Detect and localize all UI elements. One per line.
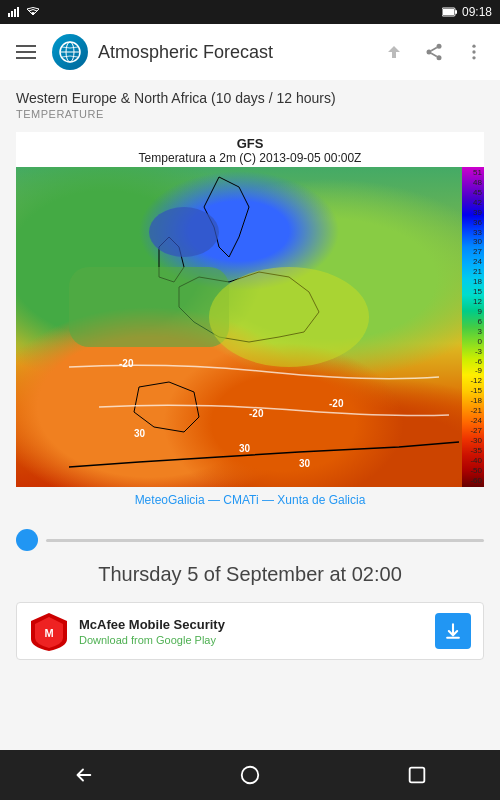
battery-icon: [442, 7, 458, 17]
region-title: Western Europe & North Africa (10 days /…: [16, 90, 484, 106]
map-visual: -20 -20 -20 30 30 30: [16, 167, 462, 487]
app-title: Atmospheric Forecast: [98, 42, 376, 63]
subtitle-area: Western Europe & North Africa (10 days /…: [0, 80, 500, 124]
svg-marker-10: [388, 46, 400, 58]
home-button[interactable]: [220, 755, 280, 795]
svg-point-16: [472, 45, 475, 48]
menu-line-3: [16, 57, 36, 59]
category-label: TEMPERATURE: [16, 108, 484, 120]
map-credit: MeteoGalicia — CMATi — Xunta de Galicia: [16, 487, 484, 513]
scale-label: 9: [464, 308, 482, 316]
svg-text:-20: -20: [119, 358, 134, 369]
time-label: Thursday 5 of September at 02:00: [0, 555, 500, 598]
share-button[interactable]: [416, 34, 452, 70]
scale-label: 15: [464, 288, 482, 296]
scale-label: -24: [464, 417, 482, 425]
scale-label: 45: [464, 189, 482, 197]
map-title-sub: Temperatura a 2m (C) 2013-09-05 00:00Z: [16, 151, 484, 165]
scale-label: -21: [464, 407, 482, 415]
scale-label: -50: [464, 467, 482, 475]
status-bar-right: 09:18: [442, 5, 492, 19]
scale-label: 30: [464, 238, 482, 246]
svg-text:30: 30: [134, 428, 146, 439]
scale-label: -18: [464, 397, 482, 405]
status-bar-left: [8, 7, 40, 17]
scale-label: 51: [464, 169, 482, 177]
more-button[interactable]: [456, 34, 492, 70]
time-display: 09:18: [462, 5, 492, 19]
svg-rect-1: [11, 11, 13, 17]
map-overlay-svg: -20 -20 -20 30 30 30: [16, 167, 462, 487]
bottom-nav: [0, 750, 500, 800]
scale-label: -9: [464, 367, 482, 375]
mcafee-logo-icon: M: [29, 611, 69, 651]
svg-rect-26: [69, 267, 229, 347]
scale-label: 6: [464, 318, 482, 326]
ad-title: McAfee Mobile Security: [79, 617, 425, 632]
menu-line-1: [16, 45, 36, 47]
svg-text:-20: -20: [329, 398, 344, 409]
svg-point-29: [242, 767, 259, 784]
svg-point-25: [149, 207, 219, 257]
svg-rect-0: [8, 13, 10, 17]
logo-icon: [58, 40, 82, 64]
share-indicator: [376, 34, 412, 70]
app-bar-actions: [376, 34, 492, 70]
timeline-area: [0, 517, 500, 555]
map-title-gfs: GFS: [16, 136, 484, 151]
svg-point-17: [472, 50, 475, 53]
svg-text:M: M: [44, 627, 53, 639]
svg-text:-20: -20: [249, 408, 264, 419]
status-bar: 09:18: [0, 0, 500, 24]
ad-logo: M: [29, 611, 69, 651]
svg-point-12: [427, 50, 432, 55]
scale-label: 3: [464, 328, 482, 336]
timeline-dot[interactable]: [16, 529, 38, 551]
menu-button[interactable]: [8, 34, 44, 70]
app-logo: [52, 34, 88, 70]
back-icon: [72, 764, 94, 786]
recents-icon: [406, 764, 428, 786]
scale-label: 36: [464, 219, 482, 227]
scale-label: -12: [464, 377, 482, 385]
svg-text:30: 30: [239, 443, 251, 454]
timeline-track[interactable]: [46, 539, 484, 542]
recents-button[interactable]: [387, 755, 447, 795]
scale-label: -3: [464, 348, 482, 356]
svg-text:30: 30: [299, 458, 311, 469]
scale-label: 48: [464, 179, 482, 187]
scale-label: 27: [464, 248, 482, 256]
scale-label: 24: [464, 258, 482, 266]
scale-label: 18: [464, 278, 482, 286]
scale-label: -15: [464, 387, 482, 395]
svg-point-13: [437, 55, 442, 60]
download-icon: [443, 621, 463, 641]
scale-label: 12: [464, 298, 482, 306]
scale-label: 39: [464, 209, 482, 217]
scale-label: 21: [464, 268, 482, 276]
indicator-icon: [386, 44, 402, 60]
svg-rect-2: [14, 9, 16, 17]
scale-label: -6: [464, 358, 482, 366]
scale-label: -40: [464, 457, 482, 465]
svg-rect-5: [455, 10, 457, 14]
ad-banner[interactable]: M McAfee Mobile Security Download from G…: [16, 602, 484, 660]
scale-label: -35: [464, 447, 482, 455]
svg-line-15: [431, 47, 437, 50]
svg-point-27: [209, 267, 369, 367]
svg-rect-6: [443, 9, 454, 15]
map-image-area[interactable]: -20 -20 -20 30 30 30 5148454239363330272…: [16, 167, 484, 487]
svg-line-14: [431, 53, 437, 56]
svg-rect-30: [409, 768, 424, 783]
scale-label: 33: [464, 229, 482, 237]
wifi-icon: [26, 7, 40, 17]
back-button[interactable]: [53, 755, 113, 795]
scale-label: -30: [464, 437, 482, 445]
scale-label: 0: [464, 338, 482, 346]
scale-label: 42: [464, 199, 482, 207]
ad-download-button[interactable]: [435, 613, 471, 649]
share-icon: [424, 42, 444, 62]
more-icon: [464, 42, 484, 62]
ad-text: McAfee Mobile Security Download from Goo…: [79, 617, 425, 646]
svg-point-18: [472, 56, 475, 59]
